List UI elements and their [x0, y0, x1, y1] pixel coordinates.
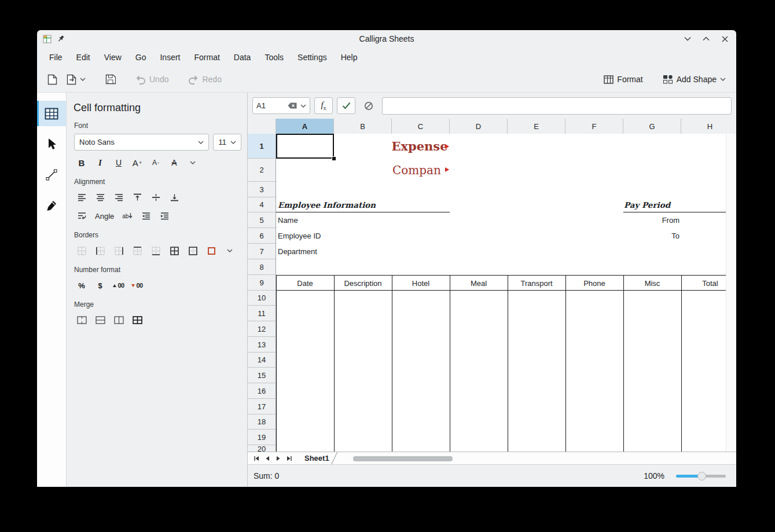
wrap-text-button[interactable]	[74, 208, 89, 223]
grow-font-button[interactable]: A+	[130, 155, 145, 170]
text-color-menu-button[interactable]	[185, 155, 200, 170]
select-all-corner[interactable]	[248, 119, 276, 134]
row-header-16[interactable]: 16	[248, 383, 276, 399]
merge-cells-button[interactable]	[74, 313, 89, 328]
column-header-A[interactable]: A	[276, 119, 334, 134]
row-header-1[interactable]: 1	[248, 134, 276, 159]
formula-input[interactable]	[382, 97, 732, 115]
column-header-B[interactable]: B	[334, 119, 392, 134]
row-header-3[interactable]: 3	[248, 182, 276, 197]
border-left-button[interactable]	[93, 243, 108, 258]
expense-column-header-total[interactable]: Total	[681, 276, 726, 291]
row-header-2[interactable]: 2	[248, 159, 276, 182]
increase-precision-button[interactable]: 00	[111, 278, 126, 293]
border-none-button[interactable]	[74, 243, 89, 258]
expense-column-header-misc[interactable]: Misc	[623, 276, 681, 291]
angle-button[interactable]: Angle	[95, 212, 114, 221]
row-header-14[interactable]: 14	[248, 353, 276, 368]
valign-top-button[interactable]	[130, 190, 145, 205]
open-document-button[interactable]	[64, 72, 88, 87]
underline-button[interactable]: U	[111, 155, 126, 170]
row-header-12[interactable]: 12	[248, 321, 276, 337]
expense-column-header-meal[interactable]: Meal	[450, 276, 508, 291]
border-all-button[interactable]	[167, 243, 182, 258]
sheet-tab[interactable]: Sheet1	[295, 452, 338, 464]
zoom-slider-handle[interactable]	[697, 472, 706, 480]
money-format-button[interactable]: $	[93, 278, 108, 293]
insert-function-button[interactable]: fx	[314, 97, 333, 114]
chevron-down-icon[interactable]	[300, 104, 306, 108]
menu-item-go[interactable]: Go	[128, 50, 153, 65]
cell-expense-title[interactable]: Expense	[392, 134, 447, 159]
cancel-button[interactable]	[359, 97, 378, 114]
menu-item-view[interactable]: View	[97, 50, 128, 65]
pin-icon[interactable]	[57, 35, 65, 43]
expense-column-header-description[interactable]: Description	[334, 276, 392, 291]
valign-bottom-button[interactable]	[167, 190, 182, 205]
row-header-6[interactable]: 6	[248, 228, 276, 244]
last-sheet-button[interactable]	[284, 453, 294, 463]
row-header-7[interactable]: 7	[248, 244, 276, 259]
cell-employee-id-label[interactable]: Employee ID	[278, 228, 321, 244]
next-sheet-button[interactable]	[273, 453, 283, 463]
column-header-D[interactable]: D	[450, 119, 508, 134]
menu-item-settings[interactable]: Settings	[291, 50, 334, 65]
selection-handle[interactable]	[332, 156, 336, 161]
vertical-scrollbar[interactable]	[726, 134, 736, 452]
redo-button[interactable]: Redo	[186, 72, 223, 87]
undo-button[interactable]: Undo	[133, 72, 171, 87]
zoom-slider[interactable]	[676, 471, 726, 481]
increase-indent-button[interactable]	[157, 208, 172, 223]
first-sheet-button[interactable]	[251, 453, 261, 463]
save-button[interactable]	[103, 72, 118, 87]
decrease-indent-button[interactable]	[138, 208, 153, 223]
cell-tool-button[interactable]	[37, 101, 66, 126]
menu-item-help[interactable]: Help	[334, 50, 365, 65]
row-header-9[interactable]: 9	[248, 275, 276, 291]
menu-item-file[interactable]: File	[42, 50, 69, 65]
font-size-select[interactable]: 11	[213, 134, 241, 151]
align-right-button[interactable]	[111, 190, 126, 205]
border-bottom-button[interactable]	[148, 243, 163, 258]
row-header-19[interactable]: 19	[248, 430, 276, 445]
menu-item-tools[interactable]: Tools	[258, 50, 291, 65]
expense-column-header-hotel[interactable]: Hotel	[392, 276, 450, 291]
row-header-17[interactable]: 17	[248, 399, 276, 414]
border-right-button[interactable]	[111, 243, 126, 258]
align-center-button[interactable]	[93, 190, 108, 205]
shrink-font-button[interactable]: A-	[148, 155, 163, 170]
row-header-11[interactable]: 11	[248, 306, 276, 321]
select-shapes-tool-button[interactable]	[37, 131, 66, 157]
cell-name-label[interactable]: Name	[278, 212, 298, 228]
merge-vertical-button[interactable]	[111, 313, 126, 328]
row-header-20[interactable]: 20	[248, 445, 276, 452]
close-button[interactable]	[720, 34, 729, 43]
row-header-15[interactable]: 15	[248, 368, 276, 383]
column-header-G[interactable]: G	[623, 119, 681, 134]
border-menu-button[interactable]	[222, 243, 237, 258]
column-header-F[interactable]: F	[565, 119, 623, 134]
new-document-button[interactable]	[45, 72, 60, 87]
menu-item-insert[interactable]: Insert	[153, 50, 187, 65]
border-color-button[interactable]	[204, 243, 219, 258]
border-outline-button[interactable]	[185, 243, 200, 258]
decrease-precision-button[interactable]: 00	[130, 278, 145, 293]
expense-column-header-date[interactable]: Date	[276, 276, 334, 291]
previous-sheet-button[interactable]	[262, 453, 272, 463]
align-left-button[interactable]	[74, 190, 89, 205]
row-header-5[interactable]: 5	[248, 212, 276, 228]
column-header-E[interactable]: E	[508, 119, 565, 134]
grid-canvas[interactable]: Expense Compan Employee Information Pay …	[276, 134, 726, 452]
percent-format-button[interactable]: %	[74, 278, 89, 293]
cell-department-label[interactable]: Department	[278, 244, 317, 259]
text-color-button[interactable]: A	[167, 155, 182, 170]
add-shape-button[interactable]: Add Shape	[660, 72, 728, 86]
row-header-8[interactable]: 8	[248, 259, 276, 275]
row-header-18[interactable]: 18	[248, 414, 276, 430]
menu-item-data[interactable]: Data	[227, 50, 258, 65]
line-tool-button[interactable]	[37, 162, 66, 188]
border-top-button[interactable]	[130, 243, 145, 258]
maximize-button[interactable]	[701, 34, 711, 43]
minimize-button[interactable]	[683, 34, 692, 43]
horizontal-scrollbar-thumb[interactable]	[353, 456, 453, 461]
